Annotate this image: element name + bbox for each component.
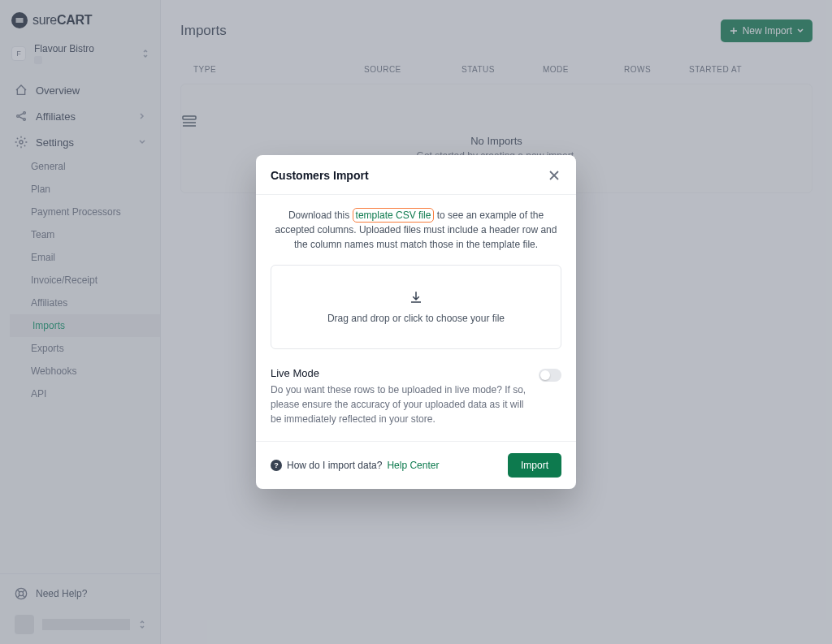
live-mode-toggle[interactable] — [539, 369, 561, 382]
live-mode-desc: Do you want these rows to be uploaded in… — [271, 383, 531, 426]
help-question: How do I import data? — [287, 460, 382, 471]
import-modal: Customers Import Download this template … — [256, 155, 576, 489]
download-icon — [280, 290, 552, 305]
help-center-link[interactable]: Help Center — [387, 460, 439, 471]
question-icon: ? — [271, 460, 282, 471]
modal-overlay[interactable]: Customers Import Download this template … — [0, 0, 832, 644]
modal-header: Customers Import — [256, 155, 576, 195]
import-help: ? How do I import data? Help Center — [271, 460, 439, 471]
import-button[interactable]: Import — [508, 453, 561, 478]
live-mode-section: Live Mode Do you want these rows to be u… — [256, 364, 576, 441]
dropzone-text: Drag and drop or click to choose your fi… — [280, 313, 552, 324]
file-dropzone[interactable]: Drag and drop or click to choose your fi… — [271, 265, 561, 349]
modal-title: Customers Import — [271, 169, 369, 182]
desc-text-1: Download this — [288, 210, 353, 221]
modal-footer: ? How do I import data? Help Center Impo… — [256, 441, 576, 489]
template-csv-link[interactable]: template CSV file — [353, 208, 435, 223]
modal-description: Download this template CSV file to see a… — [271, 208, 561, 252]
close-icon[interactable] — [547, 168, 561, 183]
modal-body: Download this template CSV file to see a… — [256, 195, 576, 364]
live-mode-title: Live Mode — [271, 367, 531, 379]
